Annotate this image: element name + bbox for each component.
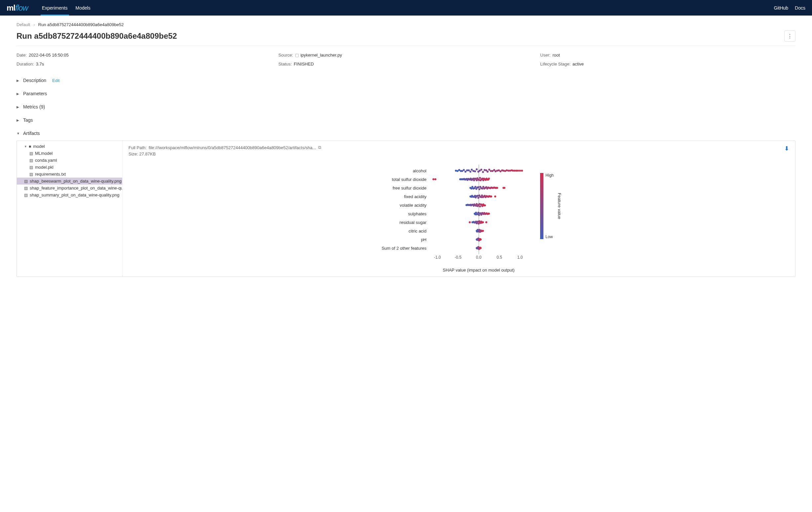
chart-feature-row: Sum of 2 other features: [373, 244, 545, 252]
file-icon: ▤: [24, 193, 28, 197]
colorbar-title: Feature value: [557, 193, 562, 219]
link-docs[interactable]: Docs: [795, 5, 805, 10]
kebab-icon: ⋮: [787, 33, 792, 39]
colorbar-high: High: [545, 173, 554, 178]
chart-feature-row: sulphates: [373, 209, 545, 218]
tree-file-importance[interactable]: ▤shap_feature_importance_plot_on_data_wi…: [17, 185, 122, 191]
mlflow-logo[interactable]: ml flow: [7, 3, 28, 12]
shap-beeswarm-chart: High Low Feature value alcoholtotal sulf…: [128, 166, 789, 272]
chart-feature-row: volatile acidity: [373, 201, 545, 209]
chart-feature-label: total sulfur dioxide: [373, 177, 429, 182]
page-title: Run a5db875272444400b890a6e4a809be52: [17, 31, 177, 41]
artifact-path-value: file:///workspace/mlflow/mlruns/0/a5db87…: [149, 145, 316, 150]
caret-down-icon: ▼: [24, 145, 27, 148]
chart-feature-swarm: [429, 226, 545, 235]
source-value: ▢ipykernel_launcher.py: [295, 53, 342, 58]
chart-feature-swarm: [429, 218, 545, 226]
caret-right-icon: ▶: [17, 79, 20, 82]
artifact-path-label: Full Path:: [128, 145, 147, 150]
tree-folder-model[interactable]: ▼ ■ model: [17, 143, 122, 150]
artifact-size-label: Size:: [128, 152, 138, 157]
file-icon: ▤: [24, 179, 28, 184]
tree-file-summary[interactable]: ▤shap_summary_plot_on_data_wine-quality.…: [17, 191, 122, 198]
chart-feature-swarm: [429, 209, 545, 218]
lifecycle-value: active: [573, 61, 584, 66]
caret-down-icon: ▼: [17, 132, 20, 135]
chart-feature-label: pH: [373, 237, 429, 242]
link-github[interactable]: GitHub: [774, 5, 788, 10]
source-label: Source:: [279, 53, 293, 58]
tab-models[interactable]: Models: [72, 0, 94, 16]
file-icon: ▤: [24, 186, 28, 190]
chart-feature-row: fixed acidity: [373, 192, 545, 201]
chart-feature-row: free sulfur dioxide: [373, 184, 545, 192]
date-label: Date:: [17, 53, 27, 58]
breadcrumb: Default › Run a5db875272444400b890a6e4a8…: [17, 22, 795, 27]
edit-description-link[interactable]: Edit: [52, 78, 59, 83]
tree-file-conda[interactable]: ▤conda.yaml: [17, 157, 122, 164]
tree-file-requirements[interactable]: ▤requirements.txt: [17, 171, 122, 178]
breadcrumb-current: Run a5db875272444400b890a6e4a809be52: [38, 22, 124, 27]
chevron-right-icon: ›: [33, 22, 35, 27]
copy-path-button[interactable]: ⧉: [318, 145, 321, 150]
chart-feature-swarm: [429, 175, 545, 184]
chart-feature-swarm: [429, 184, 545, 192]
folder-icon: ■: [29, 144, 31, 149]
download-icon: ⬇: [784, 145, 789, 152]
duration-value: 3.7s: [36, 61, 44, 66]
chart-x-label: SHAP value (impact on model output): [429, 268, 528, 272]
more-actions-button[interactable]: ⋮: [784, 30, 795, 42]
section-metrics[interactable]: ▶ Metrics (9): [17, 103, 795, 111]
artifact-viewer: ⬇ Full Path:file:///workspace/mlflow/mlr…: [122, 141, 795, 276]
main-navbar: ml flow Experiments Models GitHub Docs: [0, 0, 812, 16]
logo-ml: ml: [7, 3, 15, 12]
tree-file-mlmodel[interactable]: ▤MLmodel: [17, 150, 122, 157]
chart-feature-label: alcohol: [373, 168, 429, 173]
chart-feature-swarm: [429, 201, 545, 209]
chart-feature-label: free sulfur dioxide: [373, 186, 429, 190]
file-icon: ▤: [29, 151, 33, 156]
chart-feature-label: residual sugar: [373, 220, 429, 225]
chart-feature-row: total sulfur dioxide: [373, 175, 545, 184]
breadcrumb-root[interactable]: Default: [17, 22, 30, 27]
status-value: FINISHED: [294, 61, 314, 66]
chart-feature-label: Sum of 2 other features: [373, 246, 429, 251]
section-tags[interactable]: ▶ Tags: [17, 116, 795, 124]
file-icon: ▤: [29, 172, 33, 177]
colorbar-low: Low: [545, 235, 554, 239]
chart-feature-swarm: [429, 192, 545, 201]
artifact-size-value: 27.87KB: [139, 152, 156, 157]
file-icon: ▤: [29, 158, 33, 163]
tab-experiments[interactable]: Experiments: [38, 0, 72, 16]
section-description[interactable]: ▶ Description Edit: [17, 76, 795, 84]
chart-feature-label: volatile acidity: [373, 203, 429, 208]
status-label: Status:: [279, 61, 292, 66]
duration-label: Duration:: [17, 61, 34, 66]
file-icon: ▤: [29, 165, 33, 170]
tree-file-beeswarm[interactable]: ▤shap_beeswarm_plot_on_data_wine-quality…: [17, 178, 122, 185]
chart-feature-swarm: [429, 244, 545, 252]
section-artifacts[interactable]: ▼ Artifacts: [17, 129, 795, 137]
chart-feature-swarm: [429, 235, 545, 244]
chart-feature-label: citric acid: [373, 228, 429, 234]
tree-file-modelpkl[interactable]: ▤model.pkl: [17, 164, 122, 171]
chart-feature-label: fixed acidity: [373, 194, 429, 199]
user-label: User:: [540, 53, 550, 58]
user-value: root: [552, 53, 560, 58]
logo-flow: flow: [15, 3, 28, 12]
chart-feature-row: pH: [373, 235, 545, 244]
section-parameters[interactable]: ▶ Parameters: [17, 90, 795, 98]
caret-right-icon: ▶: [17, 118, 20, 122]
lifecycle-label: Lifecycle Stage:: [540, 61, 571, 66]
artifact-tree: ▼ ■ model ▤MLmodel ▤conda.yaml ▤model.pk…: [17, 141, 122, 276]
date-value: 2022-04-05 16:50:05: [29, 53, 69, 58]
caret-right-icon: ▶: [17, 92, 20, 96]
laptop-icon: ▢: [295, 53, 299, 58]
download-button[interactable]: ⬇: [784, 145, 789, 152]
chart-feature-row: residual sugar: [373, 218, 545, 226]
caret-right-icon: ▶: [17, 105, 20, 109]
chart-feature-row: citric acid: [373, 226, 545, 235]
chart-feature-row: alcohol: [373, 166, 545, 175]
chart-feature-label: sulphates: [373, 211, 429, 216]
chart-feature-swarm: [429, 166, 545, 175]
